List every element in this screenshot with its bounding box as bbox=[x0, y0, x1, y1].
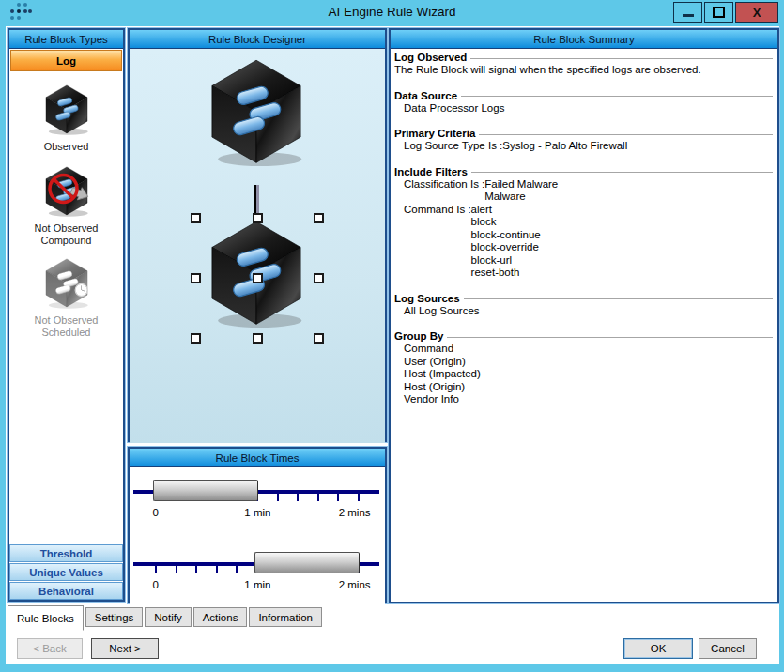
rule-type-not-observed[interactable]: Not Observed Compound bbox=[35, 164, 99, 247]
summary-field-label: Classification Is : bbox=[404, 178, 484, 204]
summary-section: Log SourcesAll Log Sources bbox=[394, 292, 773, 318]
section-divider-line bbox=[464, 298, 773, 299]
summary-section: Group ByCommandUser (Origin)Host (Impact… bbox=[394, 329, 773, 406]
group-unique-values-button[interactable]: Unique Values bbox=[9, 563, 123, 581]
rule-block-types-panel: Rule Block Types Log ObservedNot Observe… bbox=[8, 28, 125, 602]
minimize-icon bbox=[683, 14, 694, 17]
ai-engine-rule-wizard-window: AI Engine Rule Wizard X Rule Block Types… bbox=[0, 0, 784, 672]
summary-section: Data SourceData Processor Logs bbox=[394, 89, 773, 115]
time-range-slider-2: 01 min2 mins bbox=[130, 540, 385, 598]
rule-block-type-list: ObservedNot Observed CompoundNot Observe… bbox=[9, 72, 123, 543]
rule-type-scheduled: Not Observed Scheduled bbox=[35, 256, 99, 339]
summary-section-title: Log Observed bbox=[394, 51, 773, 64]
slider-label-end: 2 mins bbox=[339, 507, 371, 518]
selection-handle[interactable] bbox=[314, 273, 324, 283]
close-button[interactable]: X bbox=[735, 2, 778, 23]
tab-settings[interactable]: Settings bbox=[85, 607, 144, 627]
selection-handle[interactable] bbox=[253, 273, 263, 283]
summary-line: Log Source Type Is : Syslog - Palo Alto … bbox=[394, 140, 773, 153]
not-observed-cube-icon bbox=[37, 164, 97, 219]
slider-scale: 01 min2 mins bbox=[155, 540, 358, 598]
group-behavioral-button[interactable]: Behavioral bbox=[9, 582, 123, 600]
slider-tick bbox=[236, 565, 238, 573]
close-icon: X bbox=[753, 6, 761, 20]
slider-range-handle[interactable] bbox=[254, 552, 360, 573]
summary-section-title-text: Log Sources bbox=[394, 292, 460, 305]
summary-section-title: Include Filters bbox=[394, 165, 773, 178]
rule-block-times-header: Rule Block Times bbox=[130, 449, 385, 467]
back-button[interactable]: < Back bbox=[17, 638, 83, 659]
minimize-button[interactable] bbox=[673, 2, 702, 23]
summary-section-title-text: Primary Criteria bbox=[394, 127, 475, 140]
slider-tick bbox=[277, 493, 279, 501]
selection-handle[interactable] bbox=[191, 273, 201, 283]
slider-label-start: 0 bbox=[152, 579, 158, 590]
rule-block-group-buttons: ThresholdUnique ValuesBehavioral bbox=[9, 543, 123, 600]
summary-field-label: Log Source Type Is : bbox=[404, 140, 502, 153]
summary-section-title-text: Data Source bbox=[394, 89, 457, 102]
cancel-button[interactable]: Cancel bbox=[699, 638, 757, 659]
log-cube-icon[interactable] bbox=[198, 54, 315, 171]
section-divider-line bbox=[479, 134, 773, 135]
summary-field-values: alertblockblock-continueblock-overridebl… bbox=[471, 204, 541, 280]
group-threshold-button[interactable]: Threshold bbox=[9, 544, 123, 562]
summary-section: Log ObservedThe Rule Block will signal w… bbox=[394, 51, 773, 77]
slider-tick bbox=[216, 565, 218, 573]
summary-section-title: Log Sources bbox=[394, 292, 773, 305]
rule-block-summary-body: Log ObservedThe Rule Block will signal w… bbox=[391, 49, 777, 600]
rule-block-summary-panel: Rule Block Summary Log ObservedThe Rule … bbox=[389, 28, 779, 603]
summary-section-title-text: Log Observed bbox=[394, 51, 467, 64]
summary-section-title: Data Source bbox=[394, 89, 773, 102]
observed-cube-icon bbox=[37, 83, 97, 137]
selection-handle[interactable] bbox=[253, 333, 263, 344]
maximize-icon bbox=[713, 7, 725, 18]
rule-type-label: Not Observed Compound bbox=[35, 222, 99, 247]
titlebar: AI Engine Rule Wizard X bbox=[0, 0, 784, 26]
wizard-tabstrip: Rule BlocksSettingsNotifyActionsInformat… bbox=[8, 605, 322, 634]
summary-line: Data Processor Logs bbox=[394, 102, 773, 115]
selection-handle[interactable] bbox=[253, 213, 263, 223]
rule-type-label: Not Observed Scheduled bbox=[35, 314, 99, 339]
tab-actions[interactable]: Actions bbox=[193, 607, 248, 627]
summary-line: The Rule Block will signal when the spec… bbox=[394, 64, 773, 77]
slider-label-mid: 1 min bbox=[244, 579, 270, 590]
window-controls: X bbox=[673, 2, 778, 23]
summary-field-label: Command Is : bbox=[404, 204, 471, 280]
selection-handle[interactable] bbox=[314, 333, 324, 344]
rule-block-designer-panel: Rule Block Designer bbox=[128, 28, 387, 442]
time-range-slider-1: 01 min2 mins bbox=[130, 467, 385, 526]
slider-tick bbox=[337, 493, 339, 501]
selection-handle[interactable] bbox=[191, 213, 201, 223]
rule-type-observed[interactable]: Observed bbox=[37, 83, 97, 153]
tab-information[interactable]: Information bbox=[249, 607, 322, 627]
rule-block-times-panel: Rule Block Times 01 min2 mins01 min2 min… bbox=[128, 447, 387, 603]
designer-canvas[interactable] bbox=[130, 49, 385, 443]
section-divider-line bbox=[471, 172, 773, 173]
summary-line: User (Origin) bbox=[394, 356, 773, 369]
maximize-button[interactable] bbox=[704, 2, 733, 23]
ok-button[interactable]: OK bbox=[623, 638, 693, 659]
summary-line: Command Is : alertblockblock-continueblo… bbox=[394, 204, 773, 280]
slider-label-mid: 1 min bbox=[244, 507, 270, 518]
slider-scale: 01 min2 mins bbox=[155, 467, 358, 526]
rule-block-summary-header: Rule Block Summary bbox=[391, 30, 777, 49]
summary-section-title: Group By bbox=[394, 329, 773, 343]
selection-handle[interactable] bbox=[314, 213, 324, 223]
slider-tick bbox=[195, 565, 197, 573]
section-divider-line bbox=[470, 58, 773, 59]
summary-line: Host (Impacted) bbox=[394, 368, 773, 381]
section-divider-line bbox=[447, 337, 773, 338]
slider-tick bbox=[358, 493, 360, 501]
slider-label-start: 0 bbox=[152, 507, 158, 518]
tab-rule-blocks[interactable]: Rule Blocks bbox=[8, 605, 84, 631]
slider-label-end: 2 mins bbox=[339, 579, 371, 590]
summary-line: Classification Is : Failed MalwareMalwar… bbox=[394, 178, 773, 204]
next-button[interactable]: Next > bbox=[91, 638, 159, 659]
tab-notify[interactable]: Notify bbox=[145, 607, 191, 627]
slider-tick bbox=[155, 565, 157, 573]
slider-range-handle[interactable] bbox=[153, 480, 258, 501]
slider-tick bbox=[297, 493, 299, 501]
summary-section-title: Primary Criteria bbox=[394, 127, 773, 140]
group-log-button[interactable]: Log bbox=[10, 50, 122, 71]
selection-handle[interactable] bbox=[191, 333, 201, 344]
